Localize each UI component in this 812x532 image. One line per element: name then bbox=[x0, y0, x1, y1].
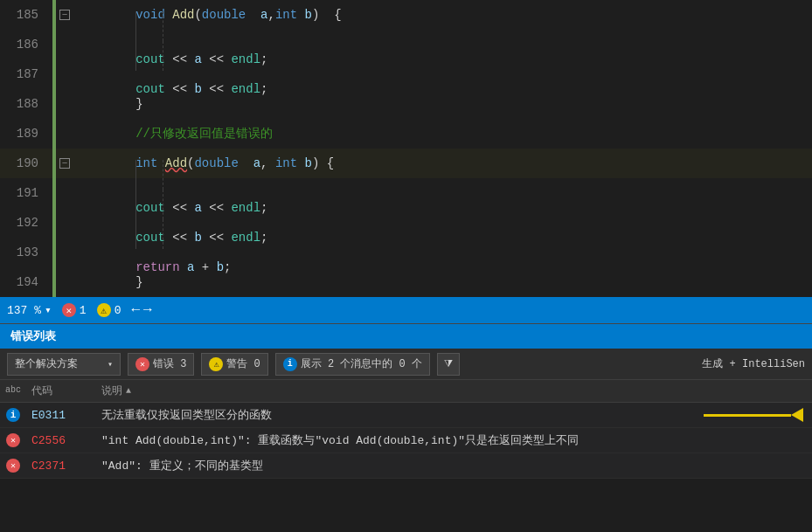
code-editor: 185 − void Add(double a,int b) { 186 cou… bbox=[0, 0, 812, 297]
arrow-annotation bbox=[704, 408, 803, 422]
line-number-190: 190 bbox=[0, 156, 52, 170]
warning-count-label: 0 bbox=[115, 304, 121, 317]
error-row-c2371[interactable]: ✕ C2371 "Add": 重定义；不同的基类型 bbox=[0, 453, 812, 479]
green-bar-188 bbox=[52, 89, 56, 119]
fold-190[interactable]: − bbox=[56, 158, 73, 169]
warning-count-group[interactable]: ⚠ 0 bbox=[97, 303, 121, 317]
code-value-c2556: C2556 bbox=[31, 434, 66, 447]
zoom-control[interactable]: 137 % ▾ bbox=[7, 303, 52, 317]
error-circle-icon: ✕ bbox=[62, 303, 76, 317]
green-bar-186 bbox=[52, 30, 56, 59]
zoom-level: 137 % bbox=[7, 304, 41, 317]
scope-dropdown[interactable]: 整个解决方案 ▾ bbox=[7, 353, 121, 376]
error-panel-title: 错误列表 bbox=[10, 328, 56, 344]
arrow-head bbox=[791, 408, 803, 422]
code-value-e0311: E0311 bbox=[31, 409, 66, 422]
green-bar-187 bbox=[52, 59, 56, 89]
line-number-191: 191 bbox=[0, 186, 52, 200]
row-desc-c2371: "Add": 重定义；不同的基类型 bbox=[96, 458, 812, 473]
line-number-186: 186 bbox=[0, 38, 52, 52]
error-icon-c2556: ✕ bbox=[6, 433, 20, 447]
warning-triangle-icon: ⚠ bbox=[97, 303, 111, 317]
info-icon-e0311: i bbox=[6, 408, 20, 422]
error-row-e0311[interactable]: i E0311 无法重载仅按返回类型区分的函数 bbox=[0, 403, 812, 428]
code-value-c2371: C2371 bbox=[31, 459, 66, 473]
error-btn-label: 错误 3 bbox=[153, 356, 186, 371]
error-panel-toolbar: 整个解决方案 ▾ ✕ 错误 3 ⚠ 警告 0 i 展示 2 个消息中的 0 个 … bbox=[0, 349, 812, 380]
warning-btn-label: 警告 0 bbox=[226, 356, 260, 371]
prev-arrow[interactable]: ← bbox=[131, 302, 140, 318]
filter-options-btn[interactable]: ⧩ bbox=[437, 353, 460, 376]
build-intellisense-btn[interactable]: 生成 + IntelliSen bbox=[702, 356, 805, 371]
row-code-c2371: C2371 bbox=[26, 459, 96, 473]
error-panel: 错误列表 整个解决方案 ▾ ✕ 错误 3 ⚠ 警告 0 i 展示 2 个消息中的… bbox=[0, 323, 812, 479]
line-number-188: 188 bbox=[0, 97, 52, 111]
error-panel-titlebar: 错误列表 bbox=[0, 324, 812, 349]
scope-dropdown-arrow: ▾ bbox=[108, 359, 113, 370]
info-filter-btn[interactable]: i 展示 2 个消息中的 0 个 bbox=[275, 353, 430, 376]
header-desc-col[interactable]: 说明 ▲ bbox=[96, 380, 812, 402]
line-number-187: 187 bbox=[0, 67, 52, 81]
line-number-192: 192 bbox=[0, 216, 52, 230]
status-bar: 137 % ▾ ✕ 1 ⚠ 0 ← → bbox=[0, 297, 812, 323]
row-icon-e0311: i bbox=[0, 408, 26, 422]
green-bar-191 bbox=[52, 178, 56, 208]
error-count-group[interactable]: ✕ 1 bbox=[62, 303, 87, 317]
error-btn-icon: ✕ bbox=[135, 357, 149, 371]
green-bar-194 bbox=[52, 267, 56, 297]
info-btn-label: 展示 2 个消息中的 0 个 bbox=[301, 356, 422, 371]
header-code-label: 代码 bbox=[31, 385, 52, 397]
row-icon-c2556: ✕ bbox=[0, 433, 26, 447]
row-desc-c2556: "int Add(double,int)": 重载函数与"void Add(do… bbox=[96, 432, 812, 448]
line-number-193: 193 bbox=[0, 245, 52, 259]
header-desc-label: 说明 bbox=[101, 383, 122, 398]
error-filter-btn[interactable]: ✕ 错误 3 bbox=[128, 353, 194, 376]
code-lines: 185 − void Add(double a,int b) { 186 cou… bbox=[0, 0, 812, 297]
error-icon-c2371: ✕ bbox=[6, 459, 20, 473]
line-number-185: 185 bbox=[0, 8, 52, 22]
row-code-e0311: E0311 bbox=[26, 409, 96, 422]
filter-icon: ⧩ bbox=[444, 358, 453, 370]
line-number-189: 189 bbox=[0, 127, 52, 141]
desc-text-e0311: 无法重载仅按返回类型区分的函数 bbox=[101, 409, 272, 422]
warning-btn-icon: ⚠ bbox=[209, 357, 223, 371]
desc-text-c2371: "Add": 重定义；不同的基类型 bbox=[101, 459, 263, 473]
next-arrow[interactable]: → bbox=[143, 302, 152, 318]
green-bar-193 bbox=[52, 238, 56, 267]
nav-arrows-group: ← → bbox=[131, 302, 151, 318]
header-code-col[interactable]: 代码 bbox=[26, 380, 96, 402]
code-content-194: } bbox=[73, 238, 812, 297]
row-icon-c2371: ✕ bbox=[0, 459, 26, 473]
line-number-194: 194 bbox=[0, 275, 52, 289]
error-count-label: 1 bbox=[80, 304, 87, 317]
code-line-194: 194 } bbox=[0, 267, 812, 297]
error-rows: i E0311 无法重载仅按返回类型区分的函数 ✕ C2556 "in bbox=[0, 403, 812, 479]
arrow-line bbox=[704, 414, 791, 417]
row-code-c2556: C2556 bbox=[26, 434, 96, 447]
desc-text-c2556: "int Add(double,int)": 重载函数与"void Add(do… bbox=[101, 434, 579, 447]
green-bar-189 bbox=[52, 119, 56, 149]
fold-185[interactable]: − bbox=[56, 10, 73, 20]
scope-label: 整个解决方案 bbox=[15, 356, 78, 371]
error-table-header: abc 代码 说明 ▲ bbox=[0, 380, 812, 403]
warning-filter-btn[interactable]: ⚠ 警告 0 bbox=[201, 353, 267, 376]
green-bar-192 bbox=[52, 208, 56, 238]
error-row-c2556[interactable]: ✕ C2556 "int Add(double,int)": 重载函数与"voi… bbox=[0, 428, 812, 453]
header-icon-col: abc bbox=[0, 380, 26, 402]
zoom-dropdown-icon[interactable]: ▾ bbox=[45, 303, 52, 317]
info-btn-icon: i bbox=[283, 357, 297, 371]
sort-desc-icon: ▲ bbox=[126, 386, 131, 396]
